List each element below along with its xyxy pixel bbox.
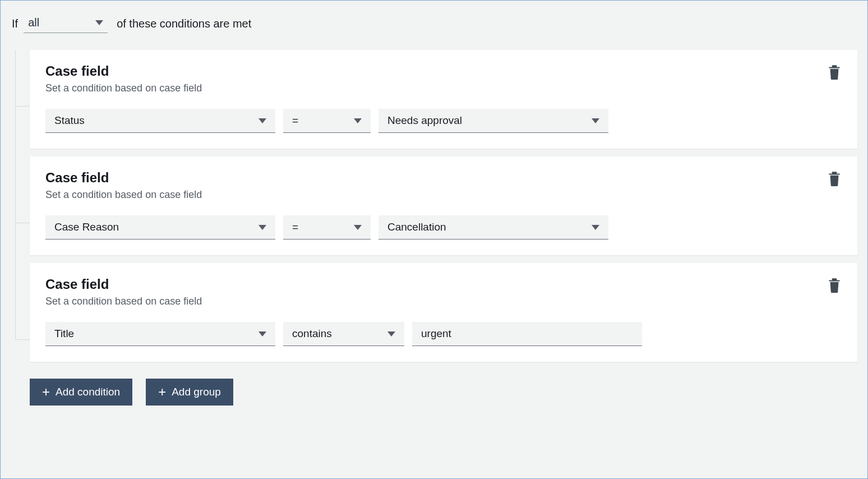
delete-condition-button[interactable] xyxy=(827,170,842,189)
header-suffix: of these conditions are met xyxy=(117,17,251,30)
trash-icon xyxy=(827,170,842,187)
logic-operator-select[interactable]: all xyxy=(24,14,108,33)
tree-line xyxy=(15,223,30,223)
delete-condition-button[interactable] xyxy=(827,63,842,82)
tree-line xyxy=(15,223,16,339)
condition-fields-row: Title contains xyxy=(45,322,842,346)
condition-header: If all of these conditions are met xyxy=(11,14,857,33)
chevron-down-icon xyxy=(354,118,362,123)
chevron-down-icon xyxy=(95,20,103,25)
card-subtitle: Set a condition based on case field xyxy=(45,296,842,307)
footer-buttons: + Add condition + Add group xyxy=(11,379,857,406)
operator-value: contains xyxy=(292,328,332,340)
plus-icon: + xyxy=(158,385,166,399)
value-select[interactable]: Needs approval xyxy=(378,109,608,133)
value-text: Cancellation xyxy=(387,221,446,233)
field-select[interactable]: Case Reason xyxy=(45,215,275,239)
chevron-down-icon xyxy=(592,118,599,123)
chevron-down-icon xyxy=(258,331,266,337)
trash-icon xyxy=(827,277,842,293)
field-value: Status xyxy=(54,114,85,127)
field-select[interactable]: Title xyxy=(45,322,275,346)
chevron-down-icon xyxy=(387,331,395,337)
tree-line xyxy=(15,339,30,340)
operator-select[interactable]: = xyxy=(283,109,371,133)
card-title: Case field xyxy=(45,170,842,186)
plus-icon: + xyxy=(42,385,50,399)
value-text: Needs approval xyxy=(387,114,462,127)
field-value: Case Reason xyxy=(54,221,119,233)
tree-line xyxy=(15,106,30,107)
value-select[interactable]: Cancellation xyxy=(378,215,608,239)
tree-line xyxy=(15,106,16,223)
add-condition-label: Add condition xyxy=(56,386,120,398)
card-title: Case field xyxy=(45,63,842,79)
logic-operator-value: all xyxy=(28,16,39,29)
operator-value: = xyxy=(292,114,298,127)
card-subtitle: Set a condition based on case field xyxy=(45,82,842,94)
condition-fields-row: Status = Needs approval xyxy=(45,109,842,133)
add-group-button[interactable]: + Add group xyxy=(146,379,233,406)
add-condition-button[interactable]: + Add condition xyxy=(30,379,132,406)
card-subtitle: Set a condition based on case field xyxy=(45,189,842,201)
add-group-label: Add group xyxy=(172,386,221,398)
conditions-list: Case field Set a condition based on case… xyxy=(11,50,857,362)
field-value: Title xyxy=(54,328,74,340)
operator-value: = xyxy=(292,221,298,233)
tree-line xyxy=(15,50,16,106)
operator-select[interactable]: = xyxy=(283,215,371,239)
chevron-down-icon xyxy=(354,225,362,230)
card-title: Case field xyxy=(45,277,842,292)
trash-icon xyxy=(827,63,842,80)
delete-condition-button[interactable] xyxy=(827,277,842,296)
condition-card: Case field Set a condition based on case… xyxy=(30,50,857,149)
if-label: If xyxy=(12,17,18,30)
condition-fields-row: Case Reason = Cancellation xyxy=(45,215,842,239)
chevron-down-icon xyxy=(258,225,266,230)
condition-card: Case field Set a condition based on case… xyxy=(30,263,857,362)
value-input[interactable] xyxy=(412,322,642,346)
operator-select[interactable]: contains xyxy=(283,322,404,346)
condition-card: Case field Set a condition based on case… xyxy=(30,156,857,255)
chevron-down-icon xyxy=(258,118,266,123)
field-select[interactable]: Status xyxy=(45,109,275,133)
chevron-down-icon xyxy=(592,225,599,230)
